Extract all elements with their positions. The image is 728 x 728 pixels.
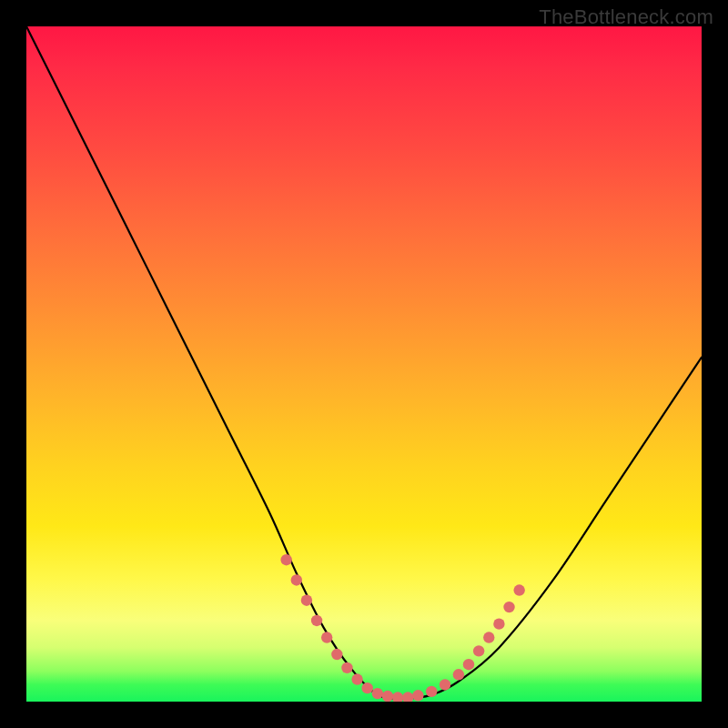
marker-point bbox=[382, 691, 393, 702]
marker-point bbox=[440, 679, 450, 690]
marker-point bbox=[291, 574, 302, 585]
marker-point bbox=[483, 632, 494, 642]
marker-point bbox=[362, 682, 373, 693]
marker-point bbox=[341, 662, 352, 673]
marker-point bbox=[513, 584, 524, 595]
marker-point bbox=[453, 669, 464, 680]
marker-point bbox=[503, 602, 514, 612]
marker-point bbox=[426, 686, 437, 697]
watermark: TheBottleneck.com bbox=[539, 5, 713, 29]
highlight-markers bbox=[280, 554, 524, 702]
marker-point bbox=[372, 688, 383, 699]
chart-svg bbox=[26, 26, 702, 702]
marker-point bbox=[301, 595, 312, 606]
marker-point bbox=[463, 659, 474, 670]
marker-point bbox=[402, 692, 413, 702]
marker-point bbox=[493, 618, 504, 629]
marker-point bbox=[331, 649, 342, 660]
marker-point bbox=[311, 615, 322, 626]
marker-point bbox=[412, 690, 423, 701]
marker-point bbox=[473, 645, 484, 656]
marker-point bbox=[392, 692, 403, 702]
bottleneck-curve bbox=[26, 26, 702, 699]
plot-area bbox=[26, 26, 702, 702]
marker-point bbox=[351, 673, 362, 684]
marker-point bbox=[280, 554, 291, 565]
marker-point bbox=[321, 632, 332, 642]
